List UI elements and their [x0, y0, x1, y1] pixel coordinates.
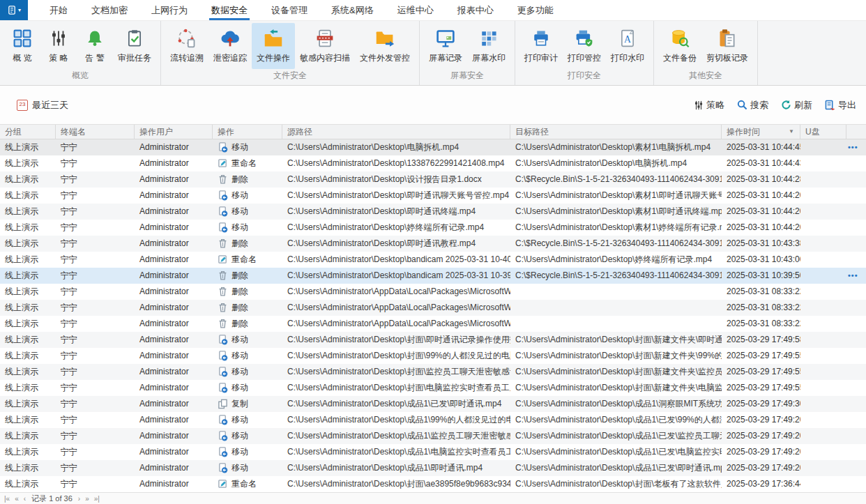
ribbon-tab[interactable]: 文档加密: [89, 0, 130, 20]
column-header-terminal[interactable]: 终端名: [56, 125, 135, 139]
file-backup-button[interactable]: 文件备份: [658, 23, 701, 69]
print-audit-button[interactable]: 打印审计: [519, 23, 563, 69]
table-row[interactable]: 线上演示 宁宁 Administrator 移动 C:\Users\Admini…: [0, 220, 866, 236]
row-actions-menu[interactable]: [846, 252, 866, 268]
export-button[interactable]: 导出: [825, 99, 856, 112]
table-row[interactable]: 线上演示 宁宁 Administrator 删除 C:\Users\Admini…: [0, 171, 866, 188]
table-row[interactable]: 线上演示 宁宁 Administrator 移动 C:\Users\Admini…: [0, 460, 866, 476]
row-actions-menu[interactable]: •••: [846, 139, 866, 155]
cell-user: Administrator: [135, 171, 213, 188]
cell-operation-time: 2025-03-29 17:49:20: [722, 412, 800, 428]
row-actions-menu[interactable]: [846, 316, 866, 332]
fast-forward-icon[interactable]: »: [85, 495, 89, 503]
row-actions-menu[interactable]: [846, 460, 866, 476]
copy-file-icon: [218, 399, 228, 409]
cell-operation: 复制: [213, 396, 282, 412]
refresh-arrow-icon: [781, 100, 791, 110]
table-row[interactable]: 线上演示 宁宁 Administrator 移动 C:\Users\Admini…: [0, 204, 866, 220]
table-row[interactable]: 线上演示 宁宁 Administrator 移动 C:\Users\Admini…: [0, 188, 866, 204]
row-actions-menu[interactable]: [846, 364, 866, 380]
column-header-group[interactable]: 分组: [0, 125, 56, 139]
table-row[interactable]: 线上演示 宁宁 Administrator 删除 C:\Users\Admini…: [0, 300, 866, 316]
refresh-button[interactable]: 刷新: [781, 99, 812, 112]
previous-page-icon[interactable]: ‹: [24, 495, 26, 503]
table-row[interactable]: 线上演示 宁宁 Administrator 移动 C:\Users\Admini…: [0, 412, 866, 428]
cell-operation-time: 2025-03-31 10:44:45: [722, 139, 800, 155]
policy-button[interactable]: 策 略: [40, 23, 77, 69]
screen-record-button[interactable]: 屏幕记录: [424, 23, 467, 69]
ribbon-tab[interactable]: 系统&网络: [329, 0, 376, 20]
print-watermark-button[interactable]: A 打印水印: [606, 23, 649, 69]
row-actions-menu[interactable]: [846, 332, 866, 348]
row-actions-menu[interactable]: [846, 396, 866, 412]
cell-target-path: C:\Users\Administrator\Desktop\封面\新建文件夹\…: [510, 380, 722, 396]
row-actions-menu[interactable]: [846, 188, 866, 204]
row-actions-menu[interactable]: [846, 220, 866, 236]
column-header-target-path[interactable]: 目标路径: [510, 125, 722, 139]
cell-target-path: C:\Users\Administrator\Desktop\素材1\婷终端所有…: [510, 220, 722, 236]
row-actions-menu[interactable]: [846, 284, 866, 300]
cell-group: 线上演示: [0, 139, 56, 155]
clipboard-record-button[interactable]: 剪切板记录: [701, 23, 753, 69]
row-actions-menu[interactable]: [846, 348, 866, 364]
column-header-usb[interactable]: U盘: [800, 125, 846, 139]
approval-tasks-button[interactable]: 审批任务: [113, 23, 156, 69]
screen-watermark-button[interactable]: 屏幕水印: [467, 23, 510, 69]
table-row[interactable]: 线上演示 宁宁 Administrator 删除 C:\Users\Admini…: [0, 268, 866, 284]
policy-action-button[interactable]: 策略: [694, 99, 724, 112]
circulation-trace-button[interactable]: 流转追溯: [165, 23, 208, 69]
fast-backward-icon[interactable]: «: [15, 495, 19, 503]
row-actions-menu[interactable]: [846, 171, 866, 188]
ribbon-tab[interactable]: 设备管理: [269, 0, 310, 20]
table-row[interactable]: 线上演示 宁宁 Administrator 删除 C:\Users\Admini…: [0, 284, 866, 300]
table-row[interactable]: 线上演示 宁宁 Administrator 移动 C:\Users\Admini…: [0, 428, 866, 444]
table-row[interactable]: 线上演示 宁宁 Administrator 移动 C:\Users\Admini…: [0, 139, 866, 155]
print-control-button[interactable]: 打印管控: [563, 23, 606, 69]
app-menu-button[interactable]: ▾: [0, 0, 28, 20]
next-page-icon[interactable]: ›: [78, 495, 80, 503]
search-button[interactable]: 搜索: [737, 99, 768, 112]
table-row[interactable]: 线上演示 宁宁 Administrator 复制 C:\Users\Admini…: [0, 396, 866, 412]
ribbon-group-overview: 概 览 策 略 告 警 审批任务 概览: [0, 21, 161, 85]
filter-dropdown-icon[interactable]: ▼: [789, 125, 794, 139]
row-actions-menu[interactable]: [846, 428, 866, 444]
last-page-icon[interactable]: »|: [94, 495, 100, 503]
row-actions-menu[interactable]: [846, 476, 866, 492]
table-row[interactable]: 线上演示 宁宁 Administrator 删除 C:\Users\Admini…: [0, 236, 866, 252]
row-actions-menu[interactable]: [846, 155, 866, 171]
first-page-icon[interactable]: |«: [4, 495, 10, 503]
table-row[interactable]: 线上演示 宁宁 Administrator 移动 C:\Users\Admini…: [0, 444, 866, 460]
column-header-operation[interactable]: 操作: [213, 125, 282, 139]
row-actions-menu[interactable]: [846, 412, 866, 428]
table-row[interactable]: 线上演示 宁宁 Administrator 重命名 C:\Users\Admin…: [0, 155, 866, 171]
overview-button[interactable]: 概 览: [4, 23, 40, 69]
ribbon-tab[interactable]: 运维中心: [395, 0, 436, 20]
table-row[interactable]: 线上演示 宁宁 Administrator 移动 C:\Users\Admini…: [0, 380, 866, 396]
table-row[interactable]: 线上演示 宁宁 Administrator 移动 C:\Users\Admini…: [0, 348, 866, 364]
row-actions-menu[interactable]: •••: [846, 268, 866, 284]
file-outgoing-control-button[interactable]: 文件外发管控: [355, 23, 415, 69]
column-header-user[interactable]: 操作用户: [135, 125, 213, 139]
date-range-filter-button[interactable]: 23 最近三天: [17, 99, 68, 112]
row-actions-menu[interactable]: [846, 204, 866, 220]
ribbon-tab[interactable]: 数据安全: [209, 0, 250, 20]
table-row[interactable]: 线上演示 宁宁 Administrator 移动 C:\Users\Admini…: [0, 364, 866, 380]
row-actions-menu[interactable]: [846, 300, 866, 316]
ribbon-tab[interactable]: 上网行为: [149, 0, 190, 20]
alert-button[interactable]: 告 警: [77, 23, 113, 69]
table-row[interactable]: 线上演示 宁宁 Administrator 重命名 C:\Users\Admin…: [0, 476, 866, 492]
ribbon-tab[interactable]: 更多功能: [515, 0, 556, 20]
row-actions-menu[interactable]: [846, 444, 866, 460]
leak-tracking-button[interactable]: 泄密追踪: [208, 23, 252, 69]
sensitive-content-scan-button[interactable]: 敏感内容扫描: [295, 23, 355, 69]
column-header-source-path[interactable]: 源路径: [282, 125, 510, 139]
table-row[interactable]: 线上演示 宁宁 Administrator 删除 C:\Users\Admini…: [0, 316, 866, 332]
table-row[interactable]: 线上演示 宁宁 Administrator 重命名 C:\Users\Admin…: [0, 252, 866, 268]
column-header-operation-time[interactable]: 操作时间 ▼: [722, 125, 800, 139]
file-operation-button[interactable]: 文件操作: [252, 23, 295, 69]
ribbon-tab[interactable]: 报表中心: [455, 0, 496, 20]
row-actions-menu[interactable]: [846, 236, 866, 252]
row-actions-menu[interactable]: [846, 380, 866, 396]
ribbon-tab[interactable]: 开始: [47, 0, 70, 20]
table-row[interactable]: 线上演示 宁宁 Administrator 移动 C:\Users\Admini…: [0, 332, 866, 348]
